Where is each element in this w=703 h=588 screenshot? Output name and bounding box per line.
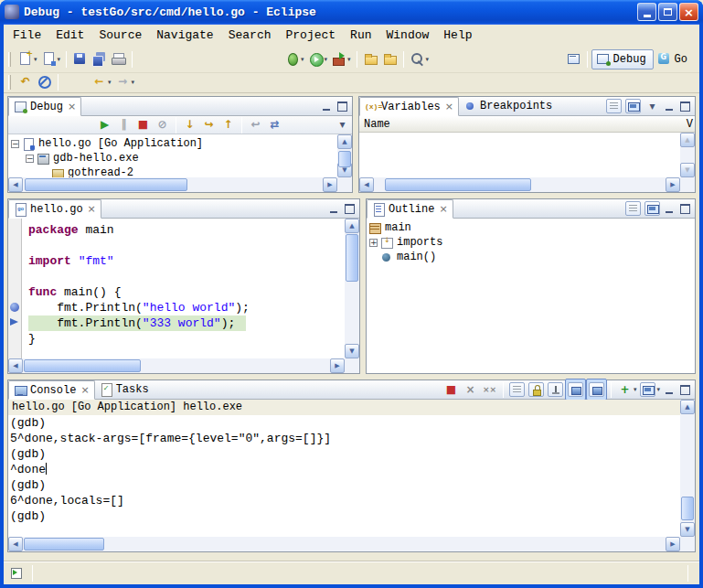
code-line[interactable]: package main bbox=[28, 222, 359, 238]
tab-outline[interactable]: Outline × bbox=[367, 199, 453, 219]
collapse-expander-icon[interactable]: − bbox=[26, 155, 34, 163]
scroll-left-icon[interactable]: ◀ bbox=[8, 537, 23, 551]
horizontal-scrollbar[interactable]: ◀ ▶ bbox=[8, 358, 345, 373]
horizontal-scrollbar[interactable]: ◀ ▶ bbox=[359, 177, 680, 192]
forward-button[interactable]: →▾ bbox=[113, 71, 137, 93]
menu-item-source[interactable]: Source bbox=[91, 27, 149, 44]
pin-console-button[interactable] bbox=[546, 379, 565, 401]
show-console-on-stdout-button[interactable] bbox=[565, 379, 586, 401]
collapse-all-button[interactable] bbox=[623, 95, 643, 117]
new-button[interactable]: ▾ bbox=[16, 48, 39, 70]
vertical-scrollbar[interactable]: ▲ ▼ bbox=[337, 134, 352, 177]
skip-all-breakpoints-button[interactable] bbox=[35, 71, 54, 93]
back-button[interactable]: ←▾ bbox=[90, 71, 113, 93]
terminate-button[interactable]: ■ bbox=[133, 114, 153, 136]
code-line[interactable]: fmt.Println("333 world"); bbox=[28, 315, 246, 331]
scroll-lock-button[interactable] bbox=[527, 379, 546, 401]
tree-row[interactable]: main() bbox=[367, 250, 695, 264]
instruction-pointer-icon[interactable] bbox=[10, 318, 18, 326]
scrollbar-track[interactable] bbox=[23, 537, 666, 551]
minimize-view-icon[interactable] bbox=[662, 383, 676, 397]
sort-button[interactable] bbox=[643, 198, 662, 219]
maximize-view-icon[interactable] bbox=[677, 100, 692, 113]
menu-item-search[interactable]: Search bbox=[221, 27, 279, 44]
scroll-right-icon[interactable]: ▶ bbox=[330, 358, 345, 373]
run-as-button[interactable]: ▾ bbox=[306, 48, 330, 70]
new-go-element-button[interactable]: ▾ bbox=[39, 48, 63, 70]
scrollbar-thumb[interactable] bbox=[338, 151, 351, 167]
step-over-button[interactable]: ↪ bbox=[199, 114, 218, 136]
console-panel[interactable]: hello.go [Go Application] hello.exe (gdb… bbox=[8, 400, 695, 551]
scroll-up-icon[interactable]: ▲ bbox=[680, 133, 695, 147]
tree-row[interactable]: +imports bbox=[367, 235, 695, 250]
tab-variables[interactable]: Variables × bbox=[359, 97, 459, 116]
display-selected-console-button[interactable]: ▾ bbox=[638, 379, 662, 401]
tree-row[interactable]: −gdb-hello.exe bbox=[8, 151, 352, 166]
scroll-right-icon[interactable]: ▶ bbox=[323, 177, 337, 192]
tree-row[interactable]: −hello.go [Go Application] bbox=[8, 136, 352, 151]
close-icon[interactable]: × bbox=[80, 384, 89, 396]
scroll-left-icon[interactable]: ◀ bbox=[359, 177, 374, 192]
scrollbar-track[interactable] bbox=[374, 177, 666, 192]
tab-tasks[interactable]: Tasks bbox=[95, 380, 154, 399]
breakpoint-icon[interactable] bbox=[10, 303, 19, 312]
use-step-filters-button[interactable]: ⇄ bbox=[265, 114, 284, 136]
console-output[interactable]: (gdb)5^done,stack-args=[frame={level="0"… bbox=[8, 415, 695, 524]
debug-as-button[interactable]: ▾ bbox=[282, 48, 306, 70]
fast-view-button[interactable] bbox=[7, 562, 27, 584]
variables-column-header[interactable]: Name V bbox=[359, 116, 695, 133]
close-button[interactable]: × bbox=[679, 3, 698, 21]
open-console-button[interactable]: +▾ bbox=[615, 379, 639, 401]
vertical-scrollbar[interactable]: ▲ ▼ bbox=[345, 219, 359, 358]
maximize-view-icon[interactable] bbox=[335, 100, 349, 113]
new-folder-button[interactable] bbox=[361, 48, 380, 70]
save-button[interactable] bbox=[70, 48, 90, 70]
scrollbar-track[interactable] bbox=[345, 233, 359, 344]
minimize-view-icon[interactable] bbox=[662, 202, 676, 216]
remove-all-launches-button[interactable]: ×× bbox=[480, 379, 499, 401]
scrollbar-track[interactable] bbox=[23, 177, 323, 192]
scrollbar-track[interactable] bbox=[337, 149, 352, 163]
scrollbar-track[interactable] bbox=[23, 358, 330, 373]
resume-button[interactable]: ▶ bbox=[95, 114, 114, 136]
vertical-scrollbar[interactable]: ▲ ▼ bbox=[680, 400, 695, 537]
view-menu-button[interactable]: ▾ bbox=[333, 114, 352, 136]
code-line[interactable]: func main() { bbox=[28, 284, 359, 300]
code-line[interactable]: import "fmt" bbox=[28, 253, 359, 269]
view-menu-button[interactable]: ▾ bbox=[643, 95, 662, 117]
tree-row[interactable]: main bbox=[367, 220, 695, 235]
scroll-down-icon[interactable]: ▼ bbox=[345, 344, 359, 358]
print-button[interactable] bbox=[109, 48, 128, 70]
expand-expander-icon[interactable]: + bbox=[369, 239, 378, 247]
horizontal-scrollbar[interactable]: ◀ ▶ bbox=[8, 537, 680, 551]
close-icon[interactable]: × bbox=[68, 101, 76, 112]
disconnect-button[interactable]: ⊘ bbox=[153, 114, 172, 136]
drop-to-frame-button[interactable]: ↩ bbox=[246, 114, 265, 136]
scrollbar-thumb[interactable] bbox=[681, 497, 694, 520]
vertical-scrollbar[interactable]: ▲ ▼ bbox=[680, 133, 695, 177]
minimize-view-icon[interactable] bbox=[326, 202, 341, 216]
scrollbar-thumb[interactable] bbox=[25, 178, 187, 191]
menu-item-project[interactable]: Project bbox=[278, 27, 343, 44]
scroll-up-icon[interactable]: ▲ bbox=[345, 219, 359, 233]
toolbar-drag-handle[interactable] bbox=[8, 75, 11, 90]
code-line[interactable]: fmt.Println("hello world"); bbox=[28, 300, 359, 315]
tab-debug[interactable]: Debug × bbox=[8, 97, 81, 116]
menu-item-window[interactable]: Window bbox=[379, 27, 437, 44]
external-tools-button[interactable]: ▾ bbox=[329, 48, 353, 70]
suspend-button[interactable]: ‖ bbox=[114, 114, 133, 136]
scrollbar-track[interactable] bbox=[680, 147, 695, 163]
show-type-names-button[interactable] bbox=[604, 95, 623, 117]
scroll-down-icon[interactable]: ▼ bbox=[680, 522, 695, 537]
code-line[interactable] bbox=[28, 238, 359, 253]
open-resource-button[interactable] bbox=[380, 48, 399, 70]
scrollbar-track[interactable] bbox=[680, 414, 695, 522]
menu-item-file[interactable]: File bbox=[5, 27, 48, 44]
scroll-right-icon[interactable]: ▶ bbox=[666, 537, 680, 551]
scrollbar-thumb[interactable] bbox=[24, 359, 141, 372]
scroll-right-icon[interactable]: ▶ bbox=[666, 177, 680, 192]
code-area[interactable]: package mainimport "fmt"func main() { fm… bbox=[22, 219, 359, 373]
code-line[interactable]: } bbox=[28, 331, 359, 347]
titlebar[interactable]: Debug - testGo/src/cmd/hello.go - Eclips… bbox=[0, 0, 703, 24]
minimize-button[interactable] bbox=[637, 3, 656, 21]
